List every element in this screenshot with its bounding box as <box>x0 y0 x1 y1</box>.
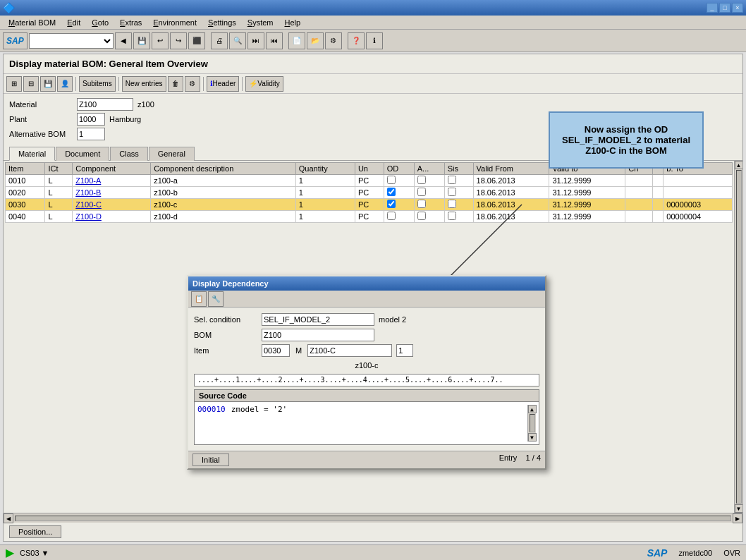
close-button[interactable]: × <box>732 3 743 13</box>
scroll-down-btn[interactable]: ▼ <box>735 504 743 513</box>
cell-a[interactable] <box>414 211 444 223</box>
change-btn[interactable]: ⊟ <box>23 76 39 92</box>
position-button[interactable]: Position... <box>9 525 61 538</box>
initial-button[interactable]: Initial <box>192 454 229 466</box>
dialog-btn1[interactable]: 📋 <box>191 291 207 307</box>
display-btn[interactable]: ⊞ <box>6 76 22 92</box>
window-controls[interactable]: _ □ × <box>707 3 743 13</box>
tab-document[interactable]: Document <box>56 147 109 161</box>
cell-valid-from: 18.06.2013 <box>473 187 549 199</box>
table-row[interactable]: 0010LZ100-Az100-a1PC18.06.201331.12.9999 <box>6 175 733 187</box>
stop-btn[interactable]: ⬛ <box>188 32 205 49</box>
save-app-btn[interactable]: 💾 <box>40 76 56 92</box>
scroll-left-btn[interactable]: ◀ <box>4 513 13 523</box>
header-btn[interactable]: ℹ Header <box>207 76 240 92</box>
menu-settings[interactable]: Settings <box>202 17 242 28</box>
find-btn[interactable]: 🔍 <box>229 32 246 49</box>
code-scroll-track[interactable] <box>530 414 535 432</box>
item-component-input[interactable] <box>307 344 392 357</box>
ruler-bar: ....+....1....+....2....+....3....+....4… <box>194 374 539 386</box>
app-title: Display material BOM: General Item Overv… <box>4 54 742 74</box>
tab-general[interactable]: General <box>149 147 195 161</box>
bom-input[interactable] <box>262 329 374 341</box>
sep2 <box>118 77 119 91</box>
scroll-up-btn[interactable]: ▲ <box>735 161 743 169</box>
save-btn[interactable]: 💾 <box>133 32 150 49</box>
source-code-header: Source Code <box>195 390 539 402</box>
sel-condition-extra: model 2 <box>379 315 406 324</box>
title-bar: 🔷 _ □ × <box>0 0 746 16</box>
print-btn[interactable]: 🖨 <box>211 32 228 49</box>
subitems-btn[interactable]: Subitems <box>79 76 116 92</box>
vertical-scrollbar[interactable]: ▲ ▼ <box>734 161 742 513</box>
delete-btn[interactable]: 🗑 <box>168 76 183 92</box>
new-entries-btn[interactable]: New entries <box>122 76 166 92</box>
config-btn[interactable]: ⚙ <box>185 76 200 92</box>
help-btn[interactable]: ❓ <box>348 32 365 49</box>
cell-od[interactable] <box>384 175 414 187</box>
material-input[interactable] <box>77 98 133 111</box>
cell-sis[interactable] <box>444 211 473 223</box>
cell-od[interactable] <box>384 199 414 211</box>
minimize-button[interactable]: _ <box>707 3 718 13</box>
cell-a[interactable] <box>414 187 444 199</box>
user-btn[interactable]: 👤 <box>57 76 73 92</box>
sel-condition-input[interactable] <box>262 313 374 326</box>
plant-input[interactable] <box>77 113 105 126</box>
cell-od[interactable] <box>384 187 414 199</box>
redo-btn[interactable]: ↪ <box>170 32 187 49</box>
settings-btn[interactable]: ⚙ <box>325 32 342 49</box>
scroll-track-h[interactable] <box>15 516 731 521</box>
info-btn[interactable]: ℹ <box>366 32 383 49</box>
menu-help[interactable]: Help <box>279 17 306 28</box>
dialog-btn2[interactable]: 🔧 <box>208 291 224 307</box>
cell-sis[interactable] <box>444 175 473 187</box>
code-scroll-down[interactable]: ▼ <box>528 433 537 442</box>
transaction-input[interactable] <box>29 33 114 49</box>
scroll-right-btn[interactable]: ▶ <box>733 513 742 523</box>
table-row[interactable]: 0020LZ100-Bz100-b1PC18.06.201331.12.9999 <box>6 187 733 199</box>
scroll-track[interactable] <box>736 170 742 504</box>
new-btn[interactable]: 📄 <box>288 32 305 49</box>
status-icon: ▶ <box>6 546 14 559</box>
first-btn[interactable]: ⏮ <box>266 32 283 49</box>
col-item: Item <box>6 163 45 175</box>
sap-logo-btn[interactable]: SAP <box>3 32 27 49</box>
maximize-button[interactable]: □ <box>719 3 730 13</box>
menu-extras[interactable]: Extras <box>114 17 147 28</box>
code-scroll-up[interactable]: ▲ <box>528 405 537 413</box>
col-desc: Component description <box>151 163 296 175</box>
cell-od[interactable] <box>384 211 414 223</box>
open-btn[interactable]: 📂 <box>307 32 324 49</box>
cell-desc: z100-b <box>151 187 296 199</box>
position-btn-area: Position... <box>4 523 742 541</box>
back-btn[interactable]: ◀ <box>115 32 132 49</box>
menu-system[interactable]: System <box>242 17 279 28</box>
cell-a[interactable] <box>414 199 444 211</box>
cell-item: 0010 <box>6 175 45 187</box>
cell-sis[interactable] <box>444 187 473 199</box>
tab-class[interactable]: Class <box>110 147 148 161</box>
item-num-input[interactable] <box>262 344 290 357</box>
altbom-input[interactable] <box>77 128 105 140</box>
validity-btn[interactable]: ⚡ Validity <box>245 76 283 92</box>
cell-extra <box>653 199 664 211</box>
code-line-1: 000010 zmodel = '2' <box>197 405 527 414</box>
app-toolbar: ⊞ ⊟ 💾 👤 Subitems New entries 🗑 ⚙ ℹ Heade… <box>4 74 742 94</box>
tab-material[interactable]: Material <box>9 147 55 161</box>
table-row[interactable]: 0030LZ100-Cz100-c1PC18.06.201331.12.9999… <box>6 199 733 211</box>
menu-material-bom[interactable]: Material BOM <box>3 17 61 28</box>
undo-btn[interactable]: ↩ <box>152 32 169 49</box>
code-scrollbar[interactable]: ▲ ▼ <box>527 405 536 442</box>
cell-valid-to: 31.12.9999 <box>549 211 625 223</box>
next-btn[interactable]: ⏭ <box>247 32 264 49</box>
col-sis: Sis <box>444 163 473 175</box>
menu-edit[interactable]: Edit <box>61 17 86 28</box>
cell-valid-to: 31.12.9999 <box>549 199 625 211</box>
cell-a[interactable] <box>414 175 444 187</box>
item-num2-input[interactable] <box>396 344 413 357</box>
table-row[interactable]: 0040LZ100-Dz100-d1PC18.06.201331.12.9999… <box>6 211 733 223</box>
menu-goto[interactable]: Goto <box>86 17 114 28</box>
menu-environment[interactable]: Environment <box>147 17 202 28</box>
cell-sis[interactable] <box>444 199 473 211</box>
